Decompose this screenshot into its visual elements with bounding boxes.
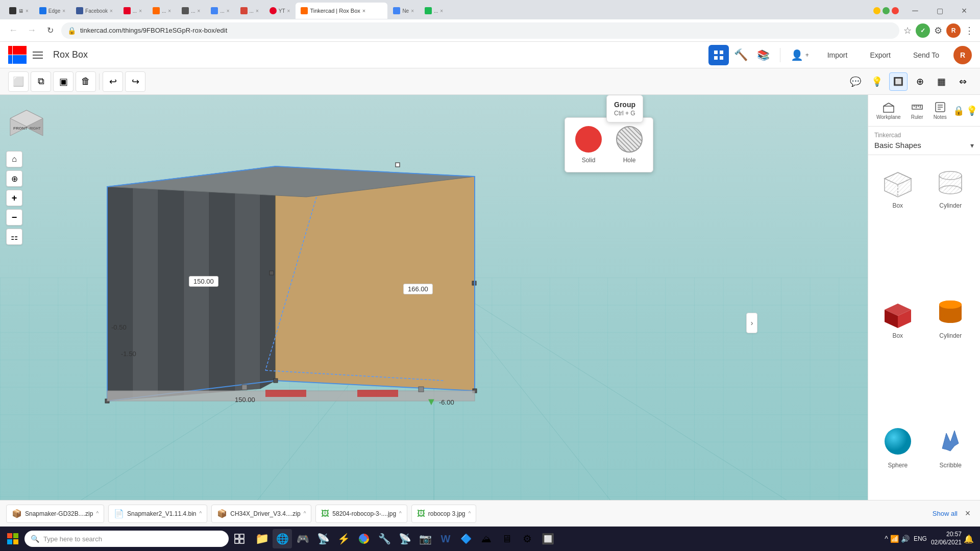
shape-item-box-outline[interactable]: Box [872,159,923,287]
browser-tab[interactable]: YT × [264,3,296,19]
tab-close-icon[interactable]: × [227,8,230,14]
tray-chevron-icon[interactable]: ^ [885,535,888,543]
task-view-button[interactable] [230,529,249,548]
shape-item-cylinder-outline[interactable]: Cylinder [925,159,976,287]
home-view-button[interactable]: ⌂ [6,151,22,167]
minimize-button[interactable] [873,7,880,14]
steam-icon[interactable]: 🎮 [293,529,312,548]
maximize-window[interactable]: ▢ [928,3,951,19]
new-shape-button[interactable]: ⬜ [8,71,29,92]
radio-icon[interactable]: 📡 [313,529,333,548]
start-button[interactable] [2,528,23,549]
system-clock[interactable]: 20:57 02/06/2021 [931,531,962,546]
ruler-tab[interactable]: Ruler [907,99,927,122]
more-icon[interactable]: ⋮ [965,25,974,36]
mirror-button[interactable]: ⊕ [911,72,929,91]
settings-icon[interactable]: ⚙ [934,25,942,36]
maximize-button[interactable] [883,7,890,14]
grid-view-button[interactable] [708,45,729,65]
code-edit-button[interactable]: 🔨 [731,45,751,65]
taskbar-app-camera[interactable]: 📷 [415,529,435,548]
back-button[interactable]: ← [6,23,20,38]
taskbar-search[interactable]: 🔍 Type here to search [24,531,229,547]
bookmark-icon[interactable]: ☆ [903,25,912,36]
flip-button[interactable]: ⇔ [953,72,972,91]
layers-button[interactable]: ⚏ [6,229,22,245]
category-dropdown[interactable]: Basic Shapes ▾ [874,141,974,149]
tab-close-icon[interactable]: × [411,8,414,14]
taskbar-app-4[interactable]: ⛰ [477,529,496,548]
fit-view-button[interactable]: ⊕ [6,170,22,187]
forward-button[interactable]: → [24,23,39,38]
taskbar-app-edge2[interactable]: 🔷 [456,529,476,548]
comment-button[interactable]: 💬 [846,72,865,91]
notes-tab[interactable]: Notes [929,99,951,122]
browser-tab[interactable]: ... × [420,3,448,19]
workplane-tab[interactable]: Workplane [872,99,905,122]
browser-tab[interactable]: ... × [148,3,176,19]
file-explorer-icon[interactable]: 📁 [252,529,272,548]
tray-network-icon[interactable]: 📶 [890,535,899,543]
taskbar-app-chrome[interactable] [354,529,374,548]
send-to-button[interactable]: Send To [905,47,947,63]
extensions-icon[interactable]: ✓ [916,23,930,38]
reload-button[interactable]: ↻ [43,23,57,38]
import-button[interactable]: Import [819,47,856,63]
lock-icon[interactable]: 🔒 [953,105,964,116]
tab-close-icon[interactable]: × [139,8,142,14]
tab-close-icon[interactable]: × [110,8,113,14]
taskbar-app-7[interactable]: 🔲 [538,529,557,548]
taskbar-app-word[interactable]: W [436,529,455,548]
view-select-button[interactable]: 🔲 [889,72,908,91]
minimize-window[interactable]: ─ [903,3,927,19]
notification-icon[interactable]: 🔔 [964,534,974,544]
expand-panel-button[interactable]: › [746,313,757,333]
taskbar-app-5[interactable]: 🖥 [497,529,517,548]
tinkercad-logo[interactable] [8,46,27,64]
download-item-3[interactable]: 📦 CH34X_Driver_V3.4....zip ^ [211,505,311,523]
browser-tab[interactable]: ... × [177,3,205,19]
light-button[interactable]: 💡 [868,72,886,91]
delete-button[interactable]: 🗑 [76,71,96,92]
tab-close-icon[interactable]: × [26,8,29,14]
browser-tab[interactable]: Ne × [388,3,419,19]
close-window[interactable]: × [952,3,976,19]
copy-button[interactable]: ⧉ [31,71,51,92]
align-button[interactable]: ▦ [932,72,950,91]
taskbar-app-1[interactable]: ⚡ [334,529,353,548]
tab-close-icon[interactable]: × [62,8,65,14]
solid-option[interactable]: Solid [575,126,602,164]
export-button[interactable]: Export [862,47,898,63]
url-bar-container[interactable]: 🔒 tinkercad.com/things/9FBOR1eSGpR-rox-b… [61,22,899,39]
shape-item-cylinder-solid[interactable]: Cylinder [925,289,976,417]
tab-close-icon[interactable]: × [440,8,443,14]
taskbar-app-3[interactable]: 📡 [395,529,414,548]
language-indicator[interactable]: ENG [912,535,929,542]
close-button[interactable] [892,7,899,14]
download-item-5[interactable]: 🖼 robocop 3.jpg ^ [411,505,476,523]
edge-icon[interactable]: 🌐 [273,529,292,548]
active-tab-close-icon[interactable]: × [362,8,365,14]
shape-item-box-solid[interactable]: Box [872,289,923,417]
show-all-link[interactable]: Show all [933,510,958,517]
viewport-cube[interactable]: FRONT RIGHT [8,103,45,140]
user-avatar[interactable]: R [953,46,972,64]
undo-button[interactable]: ↩ [103,71,123,92]
redo-button[interactable]: ↪ [125,71,145,92]
taskbar-app-6[interactable]: ⚙ [518,529,537,548]
user-profile-avatar[interactable]: R [946,23,961,38]
browser-tab[interactable]: Facebook × [71,3,118,19]
close-download-bar[interactable]: × [962,508,974,520]
browser-tab[interactable]: Edge × [34,3,70,19]
browser-tab[interactable]: ... × [206,3,234,19]
download-item-1[interactable]: 📦 Snapmaker-GD32B....zip ^ [6,505,104,523]
zoom-out-button[interactable]: − [6,209,22,226]
hamburger-menu[interactable] [33,48,47,62]
canvas-area[interactable]: 150.00 166.00 -0.50 -1.50 150.00 -6.00 ▼ [0,95,868,551]
browser-tab[interactable]: ... × [118,3,147,19]
browser-tab[interactable]: ... × [235,3,264,19]
active-tab[interactable]: Tinkercad | Rox Box × [296,3,387,19]
tab-close-icon[interactable]: × [168,8,171,14]
library-button[interactable]: 📚 [753,45,774,65]
zoom-in-button[interactable]: + [6,190,22,206]
